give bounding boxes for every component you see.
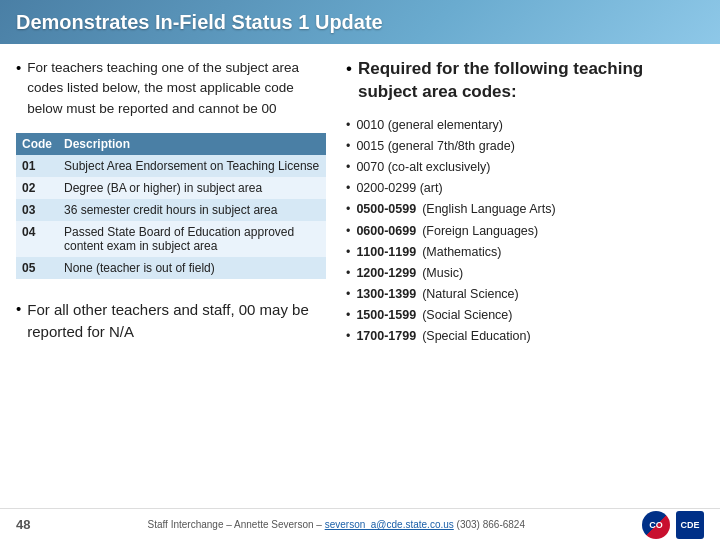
list-item: 0500-0599 (English Language Arts) (346, 200, 704, 218)
right-column: • Required for the following teaching su… (346, 58, 704, 500)
footer-staff-text: Staff Interchange – Annette Severson – (148, 519, 325, 530)
right-header-container: • Required for the following teaching su… (346, 58, 704, 110)
left-column: • For teachers teaching one of the subje… (16, 58, 326, 500)
list-item: 1300-1399 (Natural Science) (346, 285, 704, 303)
table-row: 02Degree (BA or higher) in subject area (16, 177, 326, 199)
page-header: Demonstrates In-Field Status 1 Update (0, 0, 720, 44)
table-cell-code: 01 (16, 155, 58, 177)
colorado-logo: CO (642, 511, 670, 539)
bullet-2-text: For all other teachers and staff, 00 may… (27, 299, 326, 344)
footer: 48 Staff Interchange – Annette Severson … (0, 508, 720, 540)
list-item: 0010 (general elementary) (346, 116, 704, 134)
page-title: Demonstrates In-Field Status 1 Update (16, 11, 383, 34)
table-cell-description: 36 semester credit hours in subject area (58, 199, 326, 221)
list-item: 1500-1599 (Social Science) (346, 306, 704, 324)
codes-list: 0010 (general elementary)0015 (general 7… (346, 116, 704, 345)
footer-center: Staff Interchange – Annette Severson – s… (40, 519, 632, 530)
table-cell-description: Degree (BA or higher) in subject area (58, 177, 326, 199)
cde-logo: CDE (676, 511, 704, 539)
list-item-code: 1200-1299 (356, 264, 416, 282)
footer-phone: (303) 866-6824 (457, 519, 525, 530)
list-item-code: 1700-1799 (356, 327, 416, 345)
main-content: • For teachers teaching one of the subje… (0, 44, 720, 508)
list-item-code: 1500-1599 (356, 306, 416, 324)
bullet-2-container: • For all other teachers and staff, 00 m… (16, 299, 326, 344)
table-body: 01Subject Area Endorsement on Teaching L… (16, 155, 326, 279)
bullet-2-icon: • (16, 300, 21, 317)
code-table: Code Description 01Subject Area Endorsem… (16, 133, 326, 279)
list-item: 0200-0299 (art) (346, 179, 704, 197)
table-row: 05None (teacher is out of field) (16, 257, 326, 279)
right-bullet-icon: • (346, 59, 352, 79)
table-row: 0336 semester credit hours in subject ar… (16, 199, 326, 221)
right-header-required: Required for the following teaching subj… (358, 59, 643, 101)
header-pattern (520, 0, 720, 44)
page-number: 48 (16, 517, 30, 532)
table-cell-code: 02 (16, 177, 58, 199)
list-item: 0015 (general 7th/8th grade) (346, 137, 704, 155)
footer-logos: CO CDE (642, 511, 704, 539)
list-item: 0600-0699 (Foreign Languages) (346, 222, 704, 240)
list-item-code: 0600-0699 (356, 222, 416, 240)
table-cell-code: 05 (16, 257, 58, 279)
list-item-code: 1100-1199 (356, 243, 416, 261)
footer-email[interactable]: severson_a@cde.state.co.us (325, 519, 454, 530)
table-cell-code: 03 (16, 199, 58, 221)
col-code: Code (16, 133, 58, 155)
table-cell-description: Subject Area Endorsement on Teaching Lic… (58, 155, 326, 177)
col-description: Description (58, 133, 326, 155)
right-header-text: Required for the following teaching subj… (358, 58, 704, 104)
list-item: 0070 (co-alt exclusively) (346, 158, 704, 176)
table-cell-description: None (teacher is out of field) (58, 257, 326, 279)
list-item-code: 0500-0599 (356, 200, 416, 218)
table-row: 04Passed State Board of Education approv… (16, 221, 326, 257)
list-item: 1700-1799 (Special Education) (346, 327, 704, 345)
list-item-code: 1300-1399 (356, 285, 416, 303)
table-cell-description: Passed State Board of Education approved… (58, 221, 326, 257)
list-item: 1200-1299 (Music) (346, 264, 704, 282)
table-cell-code: 04 (16, 221, 58, 257)
list-item: 1100-1199 (Mathematics) (346, 243, 704, 261)
bullet-1-icon: • (16, 59, 21, 76)
table-header-row: Code Description (16, 133, 326, 155)
bullet-1-text: For teachers teaching one of the subject… (27, 58, 326, 119)
table-row: 01Subject Area Endorsement on Teaching L… (16, 155, 326, 177)
bullet-1-container: • For teachers teaching one of the subje… (16, 58, 326, 119)
